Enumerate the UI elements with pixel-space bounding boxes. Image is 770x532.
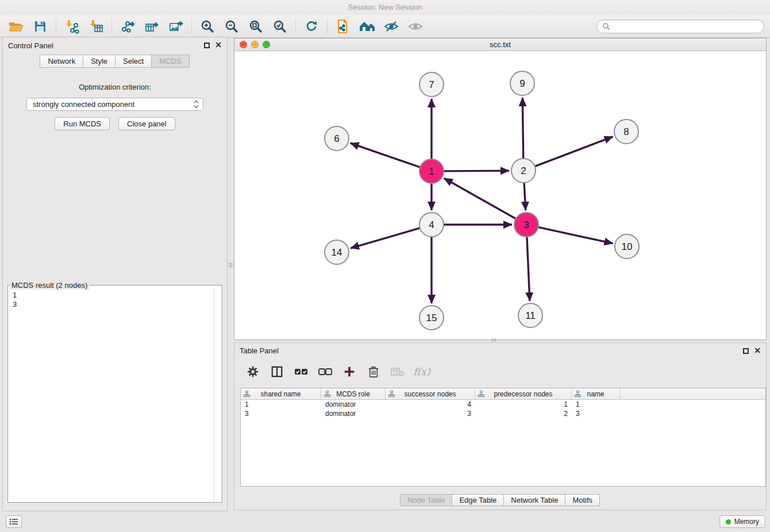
- zoom-in-button[interactable]: [197, 17, 218, 36]
- tab-edge-table[interactable]: Edge Table: [452, 494, 504, 506]
- control-panel-title: Control Panel: [8, 41, 53, 50]
- close-panel-button[interactable]: Close panel: [118, 117, 175, 130]
- table-cell: dominator: [321, 400, 386, 409]
- graph-edge-1-2[interactable]: [444, 171, 509, 171]
- table-panel-header: Table Panel ✕: [234, 343, 766, 358]
- column-header-successor-nodes[interactable]: successor nodes: [386, 388, 475, 399]
- import-table-button[interactable]: [86, 17, 106, 36]
- network-window-titlebar[interactable]: × − + scc.txt: [234, 38, 766, 51]
- column-header-predecessor-nodes[interactable]: predecessor nodes: [475, 388, 572, 399]
- close-panel-icon[interactable]: ✕: [215, 40, 222, 49]
- search-input[interactable]: [613, 22, 759, 30]
- result-scrollbar[interactable]: [214, 286, 222, 502]
- window-titlebar[interactable]: Session: New Session: [0, 0, 770, 15]
- check-all-icon: [294, 366, 309, 377]
- select-stepper-icon: [194, 100, 199, 109]
- close-window-icon[interactable]: ×: [240, 41, 247, 48]
- vertical-splitter-handle[interactable]: [229, 263, 233, 267]
- graph-node-7[interactable]: 7: [419, 72, 444, 97]
- memory-status-icon: [726, 519, 731, 525]
- table-row[interactable]: 1dominator411: [241, 400, 765, 409]
- graph-node-15[interactable]: 15: [419, 306, 444, 330]
- import-network-icon: [64, 19, 79, 34]
- graph-node-10[interactable]: 10: [615, 234, 639, 259]
- tab-node-table[interactable]: Node Table: [400, 494, 453, 506]
- optimization-criterion-label: Optimization criterion:: [3, 83, 227, 91]
- memory-button[interactable]: Memory: [719, 515, 765, 528]
- tab-mcds[interactable]: MCDS: [151, 55, 189, 68]
- refresh-network-button[interactable]: [301, 17, 322, 36]
- column-header-mcds-role[interactable]: MCDS role: [321, 388, 386, 399]
- export-image-button[interactable]: [165, 17, 186, 36]
- refresh-icon: [304, 19, 319, 34]
- graph-node-9[interactable]: 9: [510, 71, 534, 95]
- graph-edge-2-9[interactable]: [522, 98, 523, 159]
- network-canvas[interactable]: 7968124314101511: [234, 51, 766, 340]
- home-icon: [359, 19, 376, 34]
- delete-column-button[interactable]: [364, 363, 383, 381]
- close-panel-icon[interactable]: ✕: [754, 346, 761, 355]
- graph-edge-2-8[interactable]: [535, 137, 613, 167]
- graph-edge-3-11[interactable]: [527, 237, 530, 301]
- tab-motifs[interactable]: Motifs: [565, 494, 600, 506]
- table-cell: 3: [241, 409, 321, 418]
- import-network-button[interactable]: [61, 17, 82, 36]
- graph-node-11[interactable]: 11: [518, 303, 542, 327]
- node-label: 3: [523, 219, 529, 230]
- home-button[interactable]: [357, 17, 378, 36]
- criterion-select[interactable]: strongly connected component: [26, 98, 203, 111]
- column-header-name[interactable]: name: [572, 388, 620, 399]
- float-panel-icon[interactable]: [204, 43, 210, 48]
- export-network-button[interactable]: [117, 17, 138, 36]
- network-window-title: scc.txt: [234, 38, 766, 51]
- memory-label: Memory: [734, 518, 759, 526]
- run-mcds-button[interactable]: Run MCDS: [55, 117, 110, 130]
- tab-network-table[interactable]: Network Table: [503, 494, 565, 506]
- minimize-window-icon[interactable]: −: [251, 41, 259, 48]
- graph-node-1[interactable]: 1: [419, 159, 444, 183]
- deselect-all-button[interactable]: [316, 363, 334, 381]
- graph-node-3[interactable]: 3: [514, 213, 538, 237]
- toggle-columns-button[interactable]: [268, 363, 286, 381]
- graph-node-14[interactable]: 14: [325, 240, 349, 264]
- search-field[interactable]: [596, 20, 764, 33]
- graph-edge-4-14[interactable]: [351, 228, 420, 248]
- tab-select[interactable]: Select: [115, 55, 152, 68]
- network-file-button[interactable]: [333, 17, 353, 36]
- select-all-button[interactable]: [292, 363, 310, 381]
- hide-selected-button[interactable]: [381, 17, 402, 36]
- node-label: 2: [521, 165, 526, 176]
- export-table-button[interactable]: [141, 17, 162, 36]
- zoom-fit-button[interactable]: [245, 17, 266, 36]
- horizontal-splitter-handle[interactable]: [492, 338, 496, 342]
- node-label: 14: [332, 247, 342, 258]
- network-view-window: × − + scc.txt 7968124314101511: [234, 38, 767, 340]
- plus-icon: [343, 365, 356, 378]
- graph-node-4[interactable]: 4: [419, 213, 444, 237]
- save-session-button[interactable]: [30, 17, 51, 36]
- zoom-selected-button[interactable]: [270, 17, 290, 36]
- graph-node-2[interactable]: 2: [511, 159, 536, 183]
- zoom-out-button[interactable]: [221, 17, 242, 36]
- table-row[interactable]: 3dominator323: [241, 409, 765, 418]
- save-icon: [33, 20, 47, 33]
- graph-node-6[interactable]: 6: [325, 126, 349, 151]
- maximize-window-icon[interactable]: +: [263, 41, 270, 48]
- zoom-out-icon: [224, 19, 239, 34]
- graph-edge-1-6[interactable]: [351, 143, 421, 167]
- show-panels-button[interactable]: [6, 515, 22, 528]
- graph-edge-2-3[interactable]: [524, 183, 526, 210]
- tab-network[interactable]: Network: [40, 55, 83, 68]
- open-session-button[interactable]: [6, 17, 26, 36]
- tab-style[interactable]: Style: [83, 55, 116, 68]
- graph-edge-3-1[interactable]: [444, 178, 516, 218]
- float-panel-icon[interactable]: [743, 348, 749, 354]
- toolbar-separator: [327, 18, 328, 34]
- add-column-button[interactable]: [340, 363, 359, 381]
- status-bar: Memory: [0, 511, 770, 532]
- graph-node-8[interactable]: 8: [614, 119, 638, 144]
- column-header-shared-name[interactable]: shared name: [241, 388, 321, 399]
- node-label: 7: [429, 79, 434, 90]
- table-settings-button[interactable]: [244, 363, 262, 381]
- graph-edge-3-10[interactable]: [538, 227, 613, 243]
